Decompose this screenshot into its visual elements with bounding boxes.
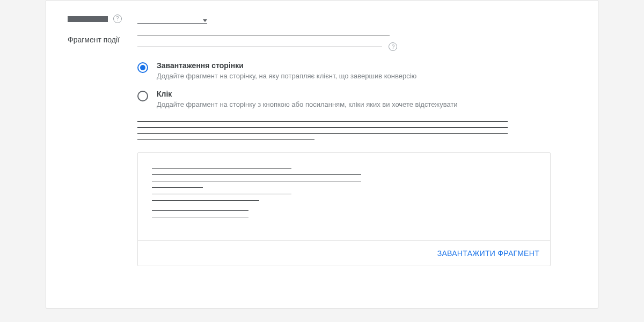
settings-card: ? Фрагмент події ? Зава xyxy=(46,0,598,309)
radio-indicator xyxy=(137,91,148,101)
dropdown-select[interactable] xyxy=(137,19,207,24)
code-snippet-box: ЗАВАНТАЖИТИ ФРАГМЕНТ xyxy=(137,152,551,266)
redacted-label xyxy=(68,16,108,22)
radio-title: Завантаження сторінки xyxy=(157,61,576,70)
radio-indicator-selected xyxy=(137,62,148,73)
help-icon[interactable]: ? xyxy=(389,42,397,51)
fragment-content: ? Завантаження сторінки Додайте фрагмент… xyxy=(127,35,576,266)
code-snippet-content[interactable] xyxy=(138,153,550,240)
description-paragraph xyxy=(137,121,576,140)
download-snippet-button[interactable]: ЗАВАНТАЖИТИ ФРАГМЕНТ xyxy=(437,249,539,258)
code-footer: ЗАВАНТАЖИТИ ФРАГМЕНТ xyxy=(138,240,550,266)
radio-desc: Додайте фрагмент на сторінку з кнопкою а… xyxy=(157,100,576,109)
top-content xyxy=(127,13,576,24)
chevron-down-icon xyxy=(203,19,207,22)
radio-page-load[interactable]: Завантаження сторінки Додайте фрагмент н… xyxy=(137,61,576,81)
help-icon[interactable]: ? xyxy=(113,14,122,23)
radio-title: Клік xyxy=(157,90,576,98)
radio-desc: Додайте фрагмент на сторінку, на яку пот… xyxy=(157,71,576,81)
fragment-row: Фрагмент події ? Завантаження сторінки Д… xyxy=(68,35,576,266)
top-row: ? xyxy=(68,13,576,24)
fragment-label: Фрагмент події xyxy=(68,35,127,46)
top-label: ? xyxy=(68,13,127,24)
intro-text: ? xyxy=(137,35,576,52)
radio-click[interactable]: Клік Додайте фрагмент на сторінку з кноп… xyxy=(137,90,576,109)
radio-group: Завантаження сторінки Додайте фрагмент н… xyxy=(137,61,576,109)
